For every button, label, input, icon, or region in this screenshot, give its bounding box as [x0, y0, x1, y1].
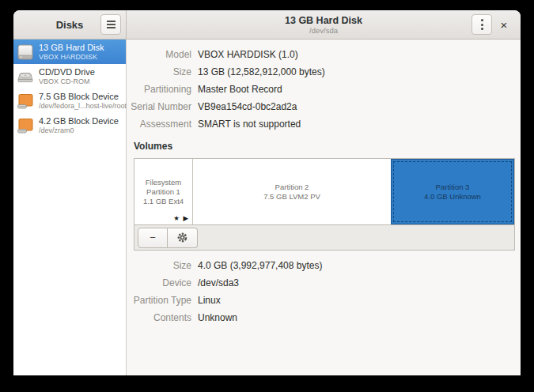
window-subtitle: /dev/sda — [309, 26, 338, 35]
partition-options-button[interactable] — [168, 228, 198, 248]
partition-name: Partition 1 — [143, 187, 184, 197]
main-header: 13 GB Hard Disk /dev/sda × — [127, 10, 521, 39]
info-label: Partitioning — [127, 84, 198, 95]
sidebar-header: Disks — [13, 10, 127, 39]
hamburger-menu-button[interactable] — [100, 14, 121, 35]
device-sidebar: 13 GB Hard Disk VBOX HARDDISK CD/DVD Dri… — [13, 40, 127, 375]
info-value: SMART is not supported — [198, 119, 301, 130]
info-value: Unknown — [198, 312, 237, 323]
drive-info-row-size: Size 13 GB (12,582,912,000 bytes) — [127, 63, 516, 81]
delete-partition-button[interactable]: − — [138, 228, 168, 248]
sidebar-item-block-device-7-5[interactable]: 7.5 GB Block Device /dev/fedora_l...host… — [13, 89, 126, 113]
info-value: 4.0 GB (3,992,977,408 bytes) — [198, 260, 322, 271]
sidebar-item-title: 13 GB Hard Disk — [39, 43, 104, 53]
partition-size: 7.5 GB LVM2 PV — [263, 192, 320, 202]
volume-info-row-device: Device /dev/sda3 — [127, 274, 516, 292]
volumes-toolbar: − — [134, 224, 514, 250]
block-device-icon — [16, 116, 35, 135]
sidebar-item-subtitle: VBOX CD-ROM — [39, 77, 95, 85]
close-icon: × — [501, 18, 508, 32]
partition-name: Partition 3 — [424, 183, 481, 192]
volumes-widget: Filesystem Partition 1 1.1 GB Ext4 ★ ▶ P… — [134, 158, 515, 251]
drive-info-row-partitioning: Partitioning Master Boot Record — [127, 81, 516, 98]
kebab-menu-icon — [481, 19, 483, 21]
info-label: Serial Number — [127, 101, 198, 112]
bootable-star-and-mounted-icons: ★ ▶ — [173, 214, 189, 222]
info-value: VBOX HARDDISK (1.0) — [198, 49, 298, 60]
sidebar-item-hard-disk[interactable]: 13 GB Hard Disk VBOX HARDDISK — [13, 40, 126, 64]
info-label: Assessment — [127, 119, 198, 130]
partition-usage: Filesystem — [143, 178, 184, 187]
info-value: 13 GB (12,582,912,000 bytes) — [198, 66, 325, 77]
volume-info-row-contents: Contents Unknown — [127, 309, 516, 326]
drive-info-row-assessment: Assessment SMART is not supported — [127, 115, 516, 133]
info-label: Partition Type — [127, 295, 198, 306]
info-value: VB9ea154cd-0bc2ad2a — [198, 101, 297, 112]
drive-details-pane: Model VBOX HARDDISK (1.0) Size 13 GB (12… — [127, 40, 521, 375]
sidebar-item-title: CD/DVD Drive — [39, 67, 95, 77]
partition-size: 1.1 GB Ext4 — [143, 197, 184, 206]
info-label: Size — [127, 260, 198, 271]
partition-1[interactable]: Filesystem Partition 1 1.1 GB Ext4 ★ ▶ — [134, 159, 192, 224]
volume-info-row-partition-type: Partition Type Linux — [127, 292, 516, 309]
partition-size: 4.0 GB Unknown — [424, 192, 481, 202]
window-title: 13 GB Hard Disk — [285, 15, 362, 26]
drive-info-row-model: Model VBOX HARDDISK (1.0) — [127, 46, 516, 63]
info-label: Size — [127, 66, 198, 77]
partition-2[interactable]: Partition 2 7.5 GB LVM2 PV — [192, 159, 391, 224]
hard-disk-icon — [16, 43, 35, 62]
disks-window: Disks 13 GB Hard Disk /dev/sda × — [13, 10, 521, 375]
gears-icon — [176, 232, 188, 243]
block-device-icon — [16, 92, 35, 111]
info-value: Linux — [198, 295, 221, 306]
partition-name: Partition 2 — [263, 183, 320, 192]
minus-icon: − — [150, 232, 156, 243]
info-value: Master Boot Record — [198, 84, 282, 95]
partition-3[interactable]: Partition 3 4.0 GB Unknown — [391, 159, 514, 224]
info-label: Contents — [127, 312, 198, 323]
drive-info-row-serial: Serial Number VB9ea154cd-0bc2ad2a — [127, 98, 516, 115]
partition-map: Filesystem Partition 1 1.1 GB Ext4 ★ ▶ P… — [134, 159, 514, 224]
sidebar-item-subtitle: /dev/fedora_l...host-live/root — [39, 102, 123, 110]
volume-info-row-size: Size 4.0 GB (3,992,977,408 bytes) — [127, 257, 516, 274]
hamburger-icon — [107, 21, 116, 22]
drive-menu-button[interactable] — [472, 14, 492, 35]
header-bar: Disks 13 GB Hard Disk /dev/sda × — [13, 10, 521, 40]
close-button[interactable]: × — [494, 14, 514, 35]
sidebar-item-block-device-4-2[interactable]: 4.2 GB Block Device /dev/zram0 — [13, 113, 126, 138]
volumes-heading: Volumes — [134, 141, 516, 152]
sidebar-item-title: 7.5 GB Block Device — [39, 92, 123, 102]
app-title: Disks — [56, 19, 84, 31]
info-label: Model — [127, 49, 198, 60]
info-value: /dev/sda3 — [198, 277, 239, 288]
sidebar-item-subtitle: VBOX HARDDISK — [39, 53, 104, 61]
sidebar-item-subtitle: /dev/zram0 — [39, 126, 119, 134]
drive-info: Model VBOX HARDDISK (1.0) Size 13 GB (12… — [127, 46, 516, 133]
volume-info: Size 4.0 GB (3,992,977,408 bytes) Device… — [127, 257, 516, 326]
info-label: Device — [127, 277, 198, 288]
sidebar-item-cd-dvd[interactable]: CD/DVD Drive VBOX CD-ROM — [13, 64, 126, 89]
sidebar-item-title: 4.2 GB Block Device — [39, 116, 119, 126]
optical-drive-icon — [16, 67, 35, 86]
